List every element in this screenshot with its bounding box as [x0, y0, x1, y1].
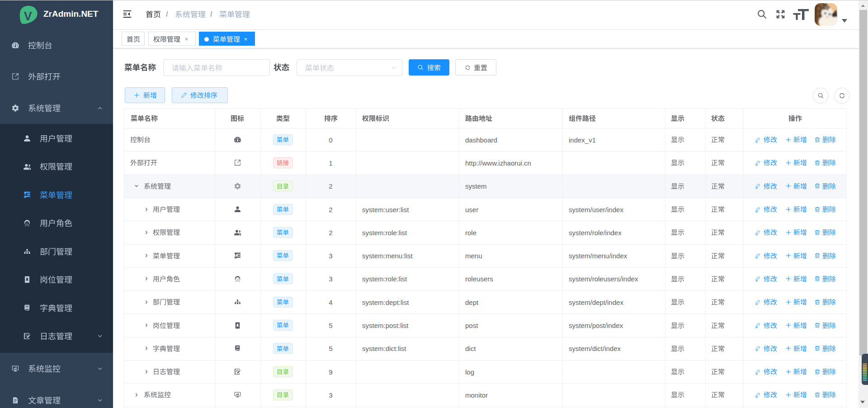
- svg-text:V: V: [24, 9, 32, 23]
